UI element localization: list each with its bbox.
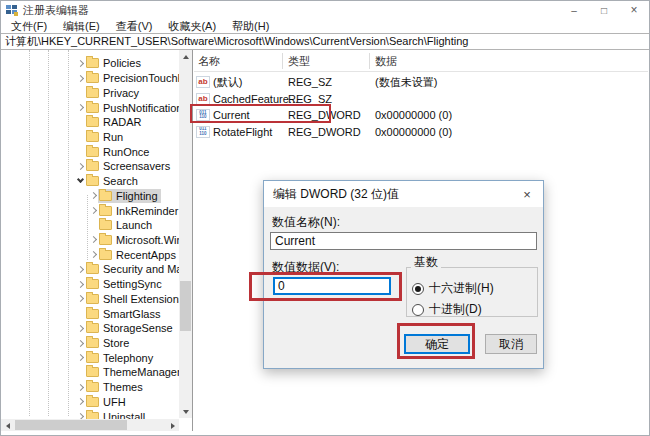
minimize-icon[interactable]: – [559, 1, 589, 19]
expand-arrow-icon[interactable] [75, 58, 85, 68]
value-row--[interactable]: (默认)REG_SZ(数值未设置) [194, 74, 648, 91]
value-name-field[interactable]: Current [270, 232, 537, 250]
scroll-left-icon[interactable] [1, 419, 14, 431]
close-icon[interactable]: × [619, 1, 649, 19]
folder-icon [86, 397, 99, 407]
cancel-button[interactable]: 取消 [485, 334, 537, 354]
tree-item-smartglass[interactable]: SmartGlass [1, 306, 179, 321]
tree-item-microsoft-win[interactable]: Microsoft.Win [1, 233, 179, 248]
radio-hexadecimal[interactable]: 十六进制(H) [412, 280, 494, 297]
tree-spacer [88, 220, 98, 230]
collapse-arrow-icon[interactable] [75, 176, 85, 186]
menu-favorites[interactable]: 收藏夹(A) [160, 19, 224, 34]
tree-item-launch[interactable]: Launch [1, 218, 179, 233]
expand-arrow-icon[interactable] [75, 279, 85, 289]
tree-item-search[interactable]: Search [1, 174, 179, 189]
scrollbar-thumb[interactable] [180, 281, 191, 331]
tree-item-security-and-mai[interactable]: Security and Mai [1, 262, 179, 277]
expand-arrow-icon[interactable] [75, 294, 85, 304]
tree-item-flighting[interactable]: Flighting [1, 188, 179, 203]
value-name: (默认) [213, 74, 242, 91]
value-row-current[interactable]: CurrentREG_DWORD0x00000000 (0) [194, 107, 648, 124]
radio-unselected-icon[interactable] [412, 304, 424, 316]
tree-item-precisiontouchpa[interactable]: PrecisionTouchPa [1, 71, 179, 86]
tree-item-run[interactable]: Run [1, 130, 179, 145]
expand-arrow-icon[interactable] [75, 264, 85, 274]
folder-icon [86, 323, 99, 333]
tree-spacer [75, 117, 85, 127]
value-row-cachedfeature-[interactable]: CachedFeature...REG_SZ [194, 91, 648, 108]
dialog-title: 编辑 DWORD (32 位)值 [273, 181, 399, 207]
folder-icon [86, 117, 99, 127]
ok-button[interactable]: 确定 [404, 334, 470, 354]
expand-arrow-icon[interactable] [75, 103, 85, 113]
tree-item-settingsync[interactable]: SettingSync [1, 277, 179, 292]
tree-item-thememanager[interactable]: ThemeManager [1, 365, 179, 380]
column-separator[interactable] [369, 53, 370, 69]
close-icon[interactable]: × [511, 181, 543, 207]
tree-item-radar[interactable]: RADAR [1, 115, 179, 130]
folder-icon [86, 338, 99, 348]
tree-item-label: Privacy [103, 87, 139, 99]
expand-arrow-icon[interactable] [88, 206, 98, 216]
expand-arrow-icon[interactable] [88, 191, 98, 201]
address-bar[interactable]: 计算机\HKEY_CURRENT_USER\Software\Microsoft… [1, 33, 649, 50]
app-icon [6, 4, 18, 16]
expand-arrow-icon[interactable] [75, 353, 85, 363]
tree-item-label: SmartGlass [103, 308, 160, 320]
tree-item-ufh[interactable]: UFH [1, 395, 179, 410]
scrollbar-thumb[interactable] [15, 420, 127, 430]
expand-arrow-icon[interactable] [75, 397, 85, 407]
value-data-input[interactable]: 0 [273, 277, 391, 295]
expand-arrow-icon[interactable] [88, 250, 98, 260]
tree-item-pushnotifications[interactable]: PushNotifications [1, 100, 179, 115]
tree-item-label: Policies [103, 57, 141, 69]
tree-item-store[interactable]: Store [1, 336, 179, 351]
expand-arrow-icon[interactable] [75, 323, 85, 333]
scroll-down-icon[interactable] [179, 405, 192, 418]
menu-view[interactable]: 查看(V) [108, 19, 161, 34]
column-separator[interactable] [282, 53, 283, 69]
radio-selected-icon[interactable] [412, 283, 424, 295]
tree-item-inkreminder[interactable]: InkReminder [1, 203, 179, 218]
tree-item-storagesense[interactable]: StorageSense [1, 321, 179, 336]
folder-icon [86, 88, 99, 98]
tree-item-privacy[interactable]: Privacy [1, 85, 179, 100]
tree-item-label: Security and Mai [103, 263, 179, 275]
scroll-right-icon[interactable] [166, 419, 179, 431]
expand-arrow-icon[interactable] [75, 161, 85, 171]
tree-item-policies[interactable]: Policies [1, 56, 179, 71]
menu-edit[interactable]: 编辑(E) [55, 19, 108, 34]
tree-vertical-scrollbar[interactable] [179, 50, 192, 418]
expand-arrow-icon[interactable] [88, 235, 98, 245]
string-value-icon [196, 76, 210, 88]
tree-item-label: RecentApps [116, 249, 176, 261]
radio-decimal[interactable]: 十进制(D) [412, 301, 482, 318]
column-type[interactable]: 类型 [288, 50, 310, 72]
tree-item-telephony[interactable]: Telephony [1, 350, 179, 365]
value-list: (默认)REG_SZ(数值未设置)CachedFeature...REG_SZC… [194, 74, 648, 140]
expand-arrow-icon[interactable] [75, 382, 85, 392]
tree-item-themes[interactable]: Themes [1, 380, 179, 395]
tree-item-label: SettingSync [103, 278, 162, 290]
tree-item-screensavers[interactable]: Screensavers [1, 159, 179, 174]
maximize-icon[interactable]: □ [589, 1, 619, 19]
expand-arrow-icon[interactable] [75, 73, 85, 83]
tree-item-recentapps[interactable]: RecentApps [1, 247, 179, 262]
value-row-rotateflight[interactable]: RotateFlightREG_DWORD0x00000000 (0) [194, 124, 648, 141]
tree-spacer [75, 367, 85, 377]
expand-arrow-icon[interactable] [75, 338, 85, 348]
tree-horizontal-scrollbar[interactable] [1, 419, 179, 431]
column-data[interactable]: 数据 [375, 50, 397, 72]
tree-item-label: PrecisionTouchPa [103, 72, 179, 84]
tree-item-runonce[interactable]: RunOnce [1, 144, 179, 159]
tree-item-shell-extensions[interactable]: Shell Extensions [1, 292, 179, 307]
column-name[interactable]: 名称 [198, 50, 220, 72]
folder-icon [86, 176, 99, 186]
scroll-up-icon[interactable] [179, 50, 192, 63]
menu-file[interactable]: 文件(F) [3, 19, 55, 34]
folder-icon [99, 191, 112, 201]
folder-icon [86, 264, 99, 274]
value-data-label: 数值数据(V): [272, 259, 339, 276]
menu-help[interactable]: 帮助(H) [224, 19, 277, 34]
